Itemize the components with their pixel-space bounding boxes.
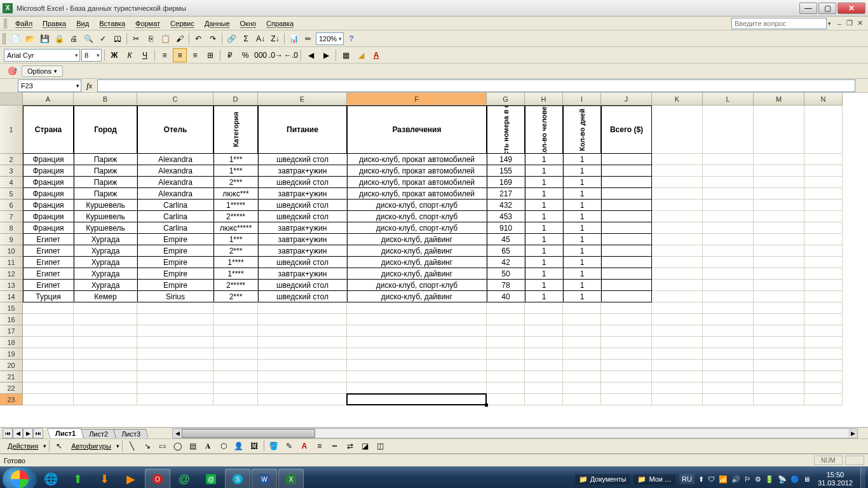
data-cell[interactable]: 1 xyxy=(525,234,563,245)
row-header[interactable]: 1 xyxy=(0,105,23,154)
column-header-D[interactable]: D xyxy=(214,93,258,105)
autoshapes-menu[interactable]: Автофигуры xyxy=(67,441,115,451)
row-header[interactable]: 8 xyxy=(0,222,23,234)
empty-cell[interactable] xyxy=(214,360,258,371)
empty-cell[interactable] xyxy=(487,394,525,405)
data-cell[interactable]: диско-клуб, прокат автомобилей xyxy=(347,165,487,177)
data-cell[interactable]: люкс*** xyxy=(214,188,258,200)
data-cell[interactable]: завтрак+ужин xyxy=(258,234,347,245)
data-cell[interactable] xyxy=(804,280,843,291)
sort-asc-icon[interactable]: A↓ xyxy=(254,32,268,46)
taskbar-ie-icon[interactable]: 🌐 xyxy=(38,469,64,488)
data-cell[interactable] xyxy=(703,154,754,165)
empty-cell[interactable] xyxy=(563,302,601,314)
comma-icon[interactable]: 000 xyxy=(254,48,268,62)
data-cell[interactable]: шведский стол xyxy=(258,280,347,291)
tray-network-icon[interactable]: 📶 xyxy=(719,475,728,484)
empty-cell[interactable] xyxy=(703,360,754,371)
empty-cell[interactable] xyxy=(23,325,74,337)
empty-cell[interactable] xyxy=(563,360,601,371)
empty-cell[interactable] xyxy=(652,383,703,394)
data-cell[interactable]: 78 xyxy=(487,280,525,291)
data-cell[interactable]: Египет xyxy=(23,234,74,245)
data-cell[interactable]: диско-клуб, прокат автомобилей xyxy=(347,188,487,200)
empty-cell[interactable] xyxy=(754,314,804,325)
data-cell[interactable]: Carlina xyxy=(137,222,214,234)
empty-cell[interactable] xyxy=(804,325,843,337)
menu-tools[interactable]: Сервис xyxy=(165,18,200,29)
data-cell[interactable]: 217 xyxy=(487,188,525,200)
empty-cell[interactable] xyxy=(487,325,525,337)
empty-cell[interactable] xyxy=(804,337,843,348)
shadow-icon[interactable]: ◪ xyxy=(358,439,372,453)
data-cell[interactable]: 1*** xyxy=(214,234,258,245)
empty-cell[interactable] xyxy=(347,302,487,314)
empty-cell[interactable] xyxy=(137,383,214,394)
empty-cell[interactable] xyxy=(563,337,601,348)
autosum-icon[interactable]: Σ xyxy=(239,32,253,46)
empty-cell[interactable] xyxy=(754,325,804,337)
empty-cell[interactable] xyxy=(525,337,563,348)
data-cell[interactable]: Египет xyxy=(23,280,74,291)
header-cell[interactable]: Кол-во дней xyxy=(563,105,601,154)
help-icon[interactable]: ? xyxy=(344,32,358,46)
scroll-left-icon[interactable]: ◀ xyxy=(173,429,182,438)
data-cell[interactable] xyxy=(754,165,804,177)
undo-icon[interactable]: ↶ xyxy=(191,32,205,46)
data-cell[interactable]: диско-клуб, дайвинг xyxy=(347,234,487,245)
data-cell[interactable]: 2***** xyxy=(214,280,258,291)
toolbar-grip[interactable] xyxy=(4,18,8,29)
textbox-icon[interactable]: ▤ xyxy=(186,439,200,453)
header-cell[interactable]: Всего ($) xyxy=(601,105,652,154)
empty-cell[interactable] xyxy=(563,371,601,383)
empty-cell[interactable] xyxy=(137,337,214,348)
empty-cell[interactable] xyxy=(804,314,843,325)
data-cell[interactable]: 1 xyxy=(563,177,601,188)
row-header[interactable]: 14 xyxy=(0,291,23,302)
empty-cell[interactable] xyxy=(525,371,563,383)
taskbar-utorrent-icon[interactable]: ⬆ xyxy=(65,469,90,488)
diagram-icon[interactable]: ⬡ xyxy=(217,439,231,453)
line-icon[interactable]: ╲ xyxy=(125,439,139,453)
header-cell[interactable]: Город xyxy=(74,105,137,154)
row-header[interactable]: 3 xyxy=(0,165,23,177)
empty-cell[interactable] xyxy=(258,337,347,348)
show-desktop-button[interactable] xyxy=(860,468,865,488)
empty-cell[interactable] xyxy=(137,360,214,371)
taskbar-word-icon[interactable]: W xyxy=(252,469,277,488)
fill-color-icon[interactable]: ◢ xyxy=(354,48,368,62)
increase-decimal-icon[interactable]: .0→ xyxy=(269,48,283,62)
arrow-icon[interactable]: ↘ xyxy=(140,439,154,453)
empty-cell[interactable] xyxy=(601,383,652,394)
research-icon[interactable]: 🕮 xyxy=(111,32,125,46)
empty-cell[interactable] xyxy=(703,394,754,405)
data-cell[interactable]: 1 xyxy=(525,211,563,222)
empty-cell[interactable] xyxy=(703,383,754,394)
empty-cell[interactable] xyxy=(703,348,754,360)
data-cell[interactable]: Куршевель xyxy=(74,200,137,211)
currency-icon[interactable]: ₽ xyxy=(223,48,237,62)
data-cell[interactable]: 1 xyxy=(563,257,601,268)
data-cell[interactable] xyxy=(703,257,754,268)
empty-cell[interactable] xyxy=(563,325,601,337)
data-cell[interactable]: 453 xyxy=(487,211,525,222)
header-cell[interactable] xyxy=(652,105,703,154)
row-header[interactable]: 11 xyxy=(0,257,23,268)
data-cell[interactable] xyxy=(754,268,804,280)
data-cell[interactable]: 1 xyxy=(563,188,601,200)
data-cell[interactable]: диско-клуб, дайвинг xyxy=(347,257,487,268)
row-header[interactable]: 2 xyxy=(0,154,23,165)
empty-cell[interactable] xyxy=(214,394,258,405)
data-cell[interactable]: Франция xyxy=(23,211,74,222)
menu-format[interactable]: Формат xyxy=(130,18,165,29)
data-cell[interactable]: 1 xyxy=(525,200,563,211)
help-dropdown-icon[interactable]: ▾ xyxy=(828,20,831,27)
empty-cell[interactable] xyxy=(525,302,563,314)
picture-icon[interactable]: 🖼 xyxy=(247,439,261,453)
data-cell[interactable]: Египет xyxy=(23,257,74,268)
data-cell[interactable]: 1 xyxy=(563,154,601,165)
data-cell[interactable] xyxy=(754,154,804,165)
paste-icon[interactable]: 📋 xyxy=(158,32,172,46)
data-cell[interactable]: 1 xyxy=(563,211,601,222)
data-cell[interactable] xyxy=(652,188,703,200)
